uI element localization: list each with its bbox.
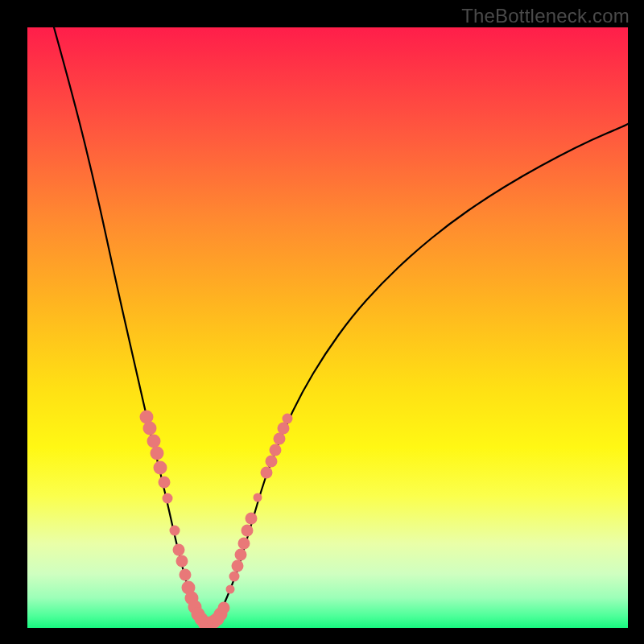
- data-marker: [266, 456, 278, 468]
- data-markers: [140, 411, 293, 629]
- data-marker: [218, 602, 230, 614]
- bottleneck-curve: [54, 27, 628, 625]
- data-marker: [170, 526, 180, 536]
- data-marker: [270, 444, 282, 456]
- data-marker: [283, 414, 293, 424]
- data-marker: [173, 544, 185, 556]
- data-marker: [180, 569, 192, 581]
- data-marker: [254, 493, 262, 502]
- data-marker: [278, 423, 290, 435]
- curve-layer: [27, 27, 628, 628]
- data-marker: [154, 461, 167, 475]
- data-marker: [238, 538, 250, 550]
- data-marker: [274, 433, 286, 445]
- data-marker: [226, 585, 235, 594]
- data-marker: [151, 447, 164, 460]
- data-marker: [242, 525, 254, 537]
- chart-frame: TheBottleneck.com: [0, 0, 644, 644]
- data-marker: [176, 555, 188, 568]
- data-marker: [147, 435, 161, 448]
- plot-area: [27, 27, 628, 628]
- data-marker: [229, 572, 240, 582]
- data-marker: [159, 477, 171, 489]
- data-marker: [246, 513, 258, 525]
- data-marker: [143, 422, 157, 436]
- data-marker: [232, 560, 244, 572]
- data-marker: [235, 549, 247, 561]
- data-marker: [261, 467, 273, 479]
- watermark-text: TheBottleneck.com: [461, 5, 630, 27]
- data-marker: [163, 493, 173, 504]
